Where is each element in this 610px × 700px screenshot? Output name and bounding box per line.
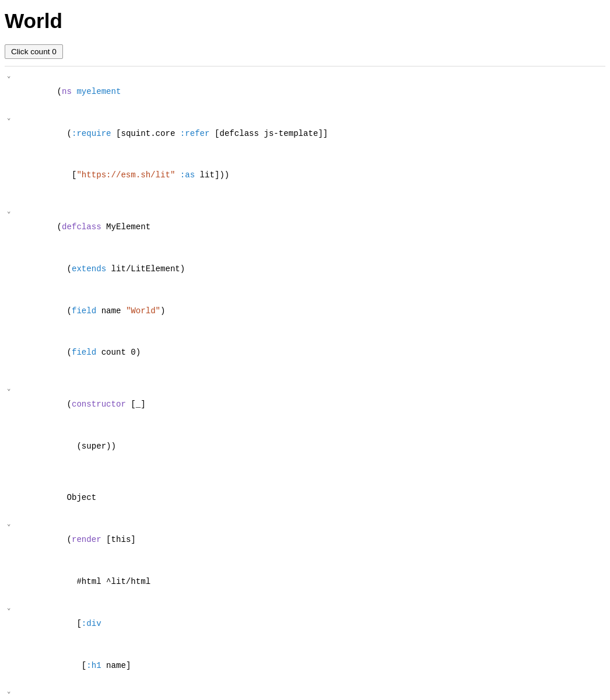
code-line-empty	[5, 468, 605, 478]
code-line: (field count 0)	[5, 332, 605, 374]
code-line: ["https://esm.sh/lit" :as lit]))	[5, 155, 605, 197]
code-line: ⌄ (ns myelement	[5, 71, 605, 113]
code-content: (:require [squint.core :refer [defclass …	[17, 113, 603, 155]
toggle-spacer	[7, 290, 17, 301]
code-content: (render [this]	[17, 519, 603, 561]
click-count-button[interactable]: Click count 0	[5, 44, 63, 59]
toggle-icon[interactable]: ⌄	[7, 71, 17, 82]
code-line: ⌄ [:button {"@click" (.-onClick this)	[5, 687, 605, 700]
code-content: (field name "World")	[17, 290, 603, 332]
page-title: World	[5, 9, 605, 33]
code-content: (constructor [_]	[17, 384, 603, 426]
code-line-empty	[5, 197, 605, 206]
code-line: ⌄ (constructor [_]	[5, 384, 605, 426]
code-content: Object	[17, 478, 603, 520]
toggle-spacer	[7, 478, 17, 488]
toggle-spacer	[7, 561, 17, 572]
code-line: ⌄ (:require [squint.core :refer [defclas…	[5, 113, 605, 155]
code-content: [:button {"@click" (.-onClick this)	[17, 687, 603, 700]
toggle-icon[interactable]: ⌄	[7, 687, 17, 697]
code-line: #html ^lit/html	[5, 561, 605, 603]
code-line-empty	[5, 374, 605, 384]
code-content: [:h1 name]	[17, 645, 603, 687]
code-content: (super))	[17, 426, 603, 468]
code-line: (field name "World")	[5, 290, 605, 332]
code-content: (ns myelement	[17, 71, 603, 113]
toggle-spacer	[7, 155, 17, 166]
code-content: [:div	[17, 603, 603, 645]
toggle-spacer	[7, 332, 17, 342]
code-line: (super))	[5, 426, 605, 468]
code-line: Object	[5, 478, 605, 520]
code-line: (extends lit/LitElement)	[5, 249, 605, 290]
code-content: (field count 0)	[17, 332, 603, 374]
code-line: ⌄ (defclass MyElement	[5, 206, 605, 249]
toggle-icon[interactable]: ⌄	[7, 603, 17, 614]
code-content: (defclass MyElement	[17, 206, 603, 249]
code-area: ⌄ (ns myelement ⌄ (:require [squint.core…	[5, 66, 605, 700]
code-content: (extends lit/LitElement)	[17, 249, 603, 290]
toggle-icon[interactable]: ⌄	[7, 206, 17, 217]
toggle-spacer	[7, 249, 17, 259]
toggle-icon[interactable]: ⌄	[7, 384, 17, 394]
code-line: ⌄ (render [this]	[5, 519, 605, 561]
code-line: ⌄ [:div	[5, 603, 605, 645]
code-content: #html ^lit/html	[17, 561, 603, 603]
page-container: World Click count 0 ⌄ (ns myelement ⌄ (:…	[0, 0, 610, 700]
toggle-spacer	[7, 645, 17, 656]
toggle-icon[interactable]: ⌄	[7, 113, 17, 124]
toggle-spacer	[7, 426, 17, 436]
code-content: ["https://esm.sh/lit" :as lit]))	[17, 155, 603, 197]
code-line: [:h1 name]	[5, 645, 605, 687]
toggle-icon[interactable]: ⌄	[7, 519, 17, 530]
